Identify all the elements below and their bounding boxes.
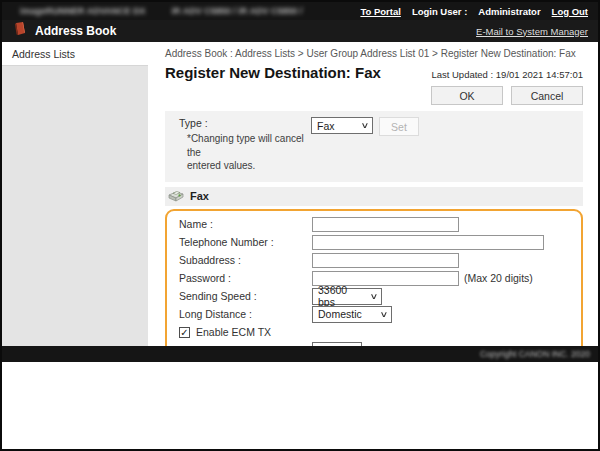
fax-machine-icon: [168, 189, 185, 204]
field-row-long-distance: Long Distance : Domestic ∨: [179, 306, 571, 323]
chevron-down-icon: ∨: [370, 292, 379, 301]
footer-bar: Copyright CANON INC. 2020: [2, 346, 598, 362]
set-button[interactable]: Set: [379, 117, 419, 136]
email-system-manager-link[interactable]: E-Mail to System Manager: [476, 26, 588, 37]
sending-speed-select[interactable]: 33600 bps ∨: [312, 288, 382, 305]
page-title: Register New Destination: Fax: [165, 64, 381, 81]
chevron-down-icon: ∨: [350, 346, 359, 347]
logout-link[interactable]: Log Out: [552, 6, 588, 17]
last-updated: Last Updated : 19/01 2021 14:57:01: [431, 69, 583, 80]
type-label: Type :: [179, 117, 311, 129]
type-note: *Changing type will cancel the entered v…: [187, 132, 311, 173]
subaddress-input[interactable]: [312, 253, 459, 268]
title-row: Register New Destination: Fax Last Updat…: [165, 64, 583, 81]
fax-section-header: Fax: [165, 187, 583, 206]
type-section: Type : *Changing type will cancel the en…: [165, 111, 583, 182]
fax-fields-group: Name : Telephone Number : Subaddress : P…: [165, 209, 583, 347]
remote-ui-window: imageRUNNER ADVANCE DX iR ADV C5850 / iR…: [0, 0, 600, 451]
field-row-sending-speed: Sending Speed : 33600 bps ∨: [179, 288, 571, 305]
fax-section-title: Fax: [190, 190, 209, 202]
app-header-bar: Address Book E-Mail to System Manager: [2, 20, 598, 42]
sidebar: Address Lists: [2, 42, 148, 346]
sidebar-item-address-lists[interactable]: Address Lists: [2, 42, 148, 66]
to-portal-link[interactable]: To Portal: [360, 6, 400, 17]
chevron-down-icon: ∨: [361, 121, 370, 130]
copyright-text: Copyright CANON INC. 2020: [480, 349, 590, 359]
password-hint: (Max 20 digits): [464, 272, 533, 284]
ok-button[interactable]: OK: [431, 86, 503, 105]
field-row-name: Name :: [179, 216, 571, 233]
top-links: To Portal Login User : Administrator Log…: [360, 6, 588, 17]
name-input[interactable]: [312, 217, 459, 232]
sending-speed-label: Sending Speed :: [179, 290, 312, 302]
telephone-number-input[interactable]: [312, 235, 544, 250]
body: Address Lists Address Book : Address Lis…: [2, 42, 598, 346]
chevron-down-icon: ∨: [380, 310, 389, 319]
field-row-ecm: ✓ Enable ECM TX: [179, 324, 571, 341]
field-row-subaddress: Subaddress :: [179, 252, 571, 269]
password-label: Password :: [179, 272, 312, 284]
name-label: Name :: [179, 218, 312, 230]
enable-ecm-label: Enable ECM TX: [196, 326, 271, 338]
subaddress-label: Subaddress :: [179, 254, 312, 266]
device-model: iR ADV C5850 / iR ADV C5850 /: [172, 6, 303, 16]
field-row-telephone: Telephone Number :: [179, 234, 571, 251]
address-book-icon: [12, 21, 28, 41]
field-row-password: Password : (Max 20 digits): [179, 270, 571, 287]
action-buttons: OK Cancel: [165, 86, 583, 105]
device-name: imageRUNNER ADVANCE DX: [20, 6, 146, 16]
type-label-block: Type : *Changing type will cancel the en…: [179, 117, 311, 173]
long-distance-label: Long Distance :: [179, 308, 312, 320]
login-user-value: Administrator: [478, 6, 540, 17]
viewport-whitespace: [2, 362, 598, 449]
long-distance-select[interactable]: Domestic ∨: [312, 306, 392, 323]
main-content: Address Book : Address Lists > User Grou…: [148, 42, 598, 346]
telephone-label: Telephone Number :: [179, 236, 312, 248]
type-controls: Fax ∨ Set: [311, 117, 419, 173]
app-title: Address Book: [35, 24, 116, 38]
login-user-label: Login User :: [412, 6, 467, 17]
enable-ecm-checkbox[interactable]: ✓: [179, 327, 190, 338]
type-select[interactable]: Fax ∨: [311, 117, 373, 134]
breadcrumb[interactable]: Address Book : Address Lists > User Grou…: [165, 48, 583, 59]
device-info: imageRUNNER ADVANCE DX iR ADV C5850 / iR…: [20, 6, 302, 16]
cancel-button[interactable]: Cancel: [511, 86, 583, 105]
top-bar: imageRUNNER ADVANCE DX iR ADV C5850 / iR…: [2, 2, 598, 20]
